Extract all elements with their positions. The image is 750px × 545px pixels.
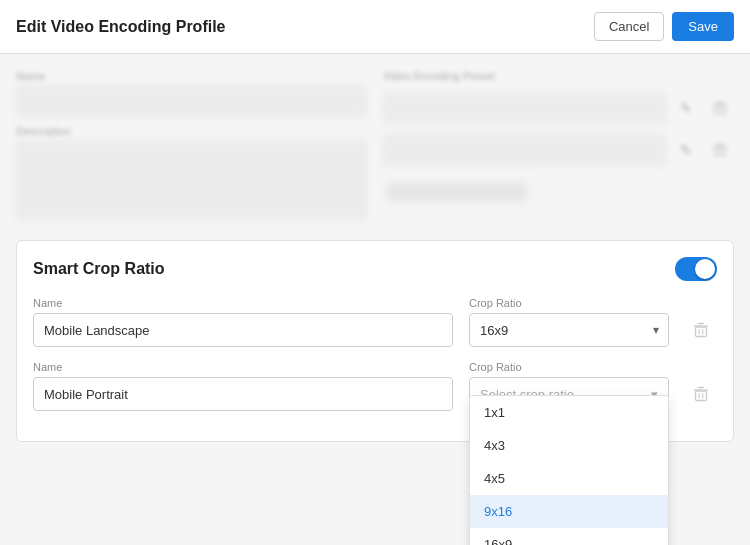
- crop-ratio-label-1: Crop Ratio: [469, 297, 669, 309]
- svg-rect-10: [696, 327, 707, 337]
- description-field-group: Description: [16, 125, 367, 220]
- main-content: Name Description Video Encoding Preset ✎: [0, 54, 750, 545]
- crop-row-2: Name Crop Ratio Select crop ratio ▾ 1x1 …: [33, 361, 717, 411]
- smart-crop-title: Smart Crop Ratio: [33, 260, 165, 278]
- description-textarea-blurred: [16, 140, 367, 220]
- crop-ratio-dropdown-menu: 1x1 4x3 4x5 9x16 16x9: [469, 395, 669, 545]
- svg-rect-15: [696, 391, 707, 401]
- edit-preset-2-button[interactable]: ✎: [672, 136, 700, 164]
- crop-row-1: Name Crop Ratio 16x9 1x1 4x3 4x5 9x16: [33, 297, 717, 347]
- header: Edit Video Encoding Profile Cancel Save: [0, 0, 750, 54]
- crop-name-label-2: Name: [33, 361, 453, 373]
- crop-name-input-1[interactable]: [33, 313, 453, 347]
- crop-ratio-field-2: Crop Ratio Select crop ratio ▾ 1x1 4x3 4…: [469, 361, 669, 411]
- crop-name-input-2[interactable]: [33, 377, 453, 411]
- add-preset-label-blurred: [387, 182, 527, 202]
- crop-name-field-2: Name: [33, 361, 453, 411]
- page-title: Edit Video Encoding Profile: [16, 18, 226, 36]
- description-label: Description: [16, 125, 367, 137]
- encoding-presets-label: Video Encoding Preset: [383, 70, 734, 82]
- page-container: Edit Video Encoding Profile Cancel Save …: [0, 0, 750, 545]
- left-fields: Name Description: [16, 70, 367, 220]
- delete-preset-2-button[interactable]: [706, 136, 734, 164]
- trash-icon-2: [713, 143, 727, 157]
- name-field-group: Name: [16, 70, 367, 117]
- encoding-preset-row-1: ✎: [383, 92, 734, 124]
- crop-delete-btn-1[interactable]: [685, 313, 717, 347]
- right-fields: Video Encoding Preset ✎: [383, 70, 734, 220]
- encoding-preset-2-blurred: [383, 134, 666, 166]
- dropdown-item-9x16[interactable]: 9x16: [470, 495, 668, 528]
- add-preset-row: [383, 176, 734, 208]
- trash-icon-1: [713, 101, 727, 115]
- cancel-button[interactable]: Cancel: [594, 12, 664, 41]
- header-actions: Cancel Save: [594, 12, 734, 41]
- name-label: Name: [16, 70, 367, 82]
- crop-delete-btn-2[interactable]: [685, 377, 717, 411]
- crop-ratio-field-1: Crop Ratio 16x9 1x1 4x3 4x5 9x16: [469, 297, 669, 347]
- svg-rect-5: [715, 147, 725, 156]
- dropdown-item-16x9[interactable]: 16x9: [470, 528, 668, 545]
- dropdown-item-1x1[interactable]: 1x1: [470, 396, 668, 429]
- delete-preset-1-button[interactable]: [706, 94, 734, 122]
- encoding-preset-row-2: ✎: [383, 134, 734, 166]
- crop-ratio-select-wrapper-1: 16x9 1x1 4x3 4x5 9x16: [469, 313, 669, 347]
- smart-crop-toggle[interactable]: [675, 257, 717, 281]
- crop-ratio-label-2: Crop Ratio: [469, 361, 669, 373]
- smart-crop-section: Smart Crop Ratio Name Crop Ratio 16x9 1x…: [16, 240, 734, 442]
- dropdown-item-4x3[interactable]: 4x3: [470, 429, 668, 462]
- trash-icon-crop-1: [693, 322, 709, 338]
- trash-icon-crop-2: [693, 386, 709, 402]
- crop-name-label-1: Name: [33, 297, 453, 309]
- crop-name-field-1: Name: [33, 297, 453, 347]
- save-button[interactable]: Save: [672, 12, 734, 41]
- top-section: Name Description Video Encoding Preset ✎: [16, 70, 734, 220]
- encoding-preset-1-blurred: [383, 92, 666, 124]
- edit-preset-1-button[interactable]: ✎: [672, 94, 700, 122]
- svg-rect-0: [715, 105, 725, 114]
- name-input-blurred: [16, 85, 367, 117]
- crop-ratio-select-1[interactable]: 16x9 1x1 4x3 4x5 9x16: [469, 313, 669, 347]
- smart-crop-header: Smart Crop Ratio: [33, 257, 717, 281]
- dropdown-item-4x5[interactable]: 4x5: [470, 462, 668, 495]
